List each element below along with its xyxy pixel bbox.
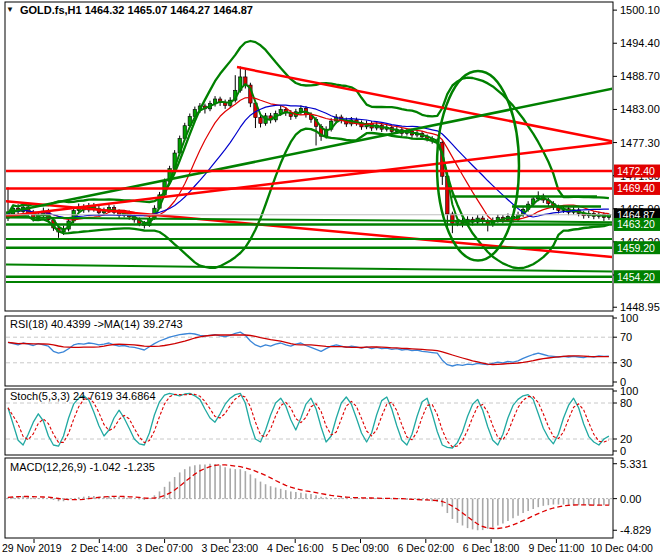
indicator-axis-label: 5.331: [620, 458, 648, 470]
price-badge-label: 1463.20: [617, 218, 655, 230]
chart-window: { "header": { "dropdown_icon": "▼", "tit…: [0, 0, 660, 560]
price-tick-label: 1500.10: [620, 4, 660, 16]
time-axis-label: 9 Dec 11:00: [528, 542, 584, 554]
price-tick-label: 1483.00: [620, 103, 660, 115]
price-badge-label: 1454.20: [617, 271, 655, 283]
indicator-axis-label: 30: [620, 357, 632, 369]
indicator-axis-label: 100: [620, 385, 638, 397]
time-axis-label: 6 Dec 02:00: [397, 542, 454, 554]
time-axis-label: 10 Dec 04:00: [590, 542, 653, 554]
macd-label: MACD(12,26,9) -1.042 -1.235: [10, 461, 155, 473]
time-axis-label: 3 Dec 07:00: [136, 542, 193, 554]
symbol-ohlc-text: GOLD.fs,H1 1464.32 1465.07 1464.27 1464.…: [20, 4, 253, 16]
indicator-axis-label: 80: [620, 397, 632, 409]
price-tick-label: 1488.70: [620, 70, 660, 82]
time-axis-label: 5 Dec 09:00: [332, 542, 389, 554]
price-badge-label: 1459.20: [617, 242, 655, 254]
time-axis-label: 6 Dec 18:00: [463, 542, 520, 554]
candle-body: [259, 118, 262, 124]
time-axis-label: 2 Dec 14:00: [71, 542, 128, 554]
price-badge-label: 1472.40: [617, 165, 655, 177]
stoch-label: Stoch(5,3,3) 24.7619 34.6864: [10, 390, 156, 402]
time-axis-label: 3 Dec 23:00: [202, 542, 259, 554]
indicator-axis-label: -4.829: [620, 524, 651, 536]
indicator-axis-label: 100: [620, 312, 638, 324]
price-badge-label: 1469.40: [617, 182, 655, 194]
symbol-dropdown-icon[interactable]: ▼: [6, 6, 14, 14]
chart-canvas[interactable]: 1500.101494.401488.701483.001477.301471.…: [0, 0, 660, 560]
rsi-label: RSI(18) 40.4399 ->MA(14) 39.2743: [10, 318, 183, 330]
indicator-axis-label: 0: [620, 445, 626, 457]
indicator-axis-label: 20: [620, 433, 632, 445]
price-tick-label: 1494.40: [620, 37, 660, 49]
time-axis-label: 29 Nov 2019: [2, 542, 62, 554]
time-axis-label: 4 Dec 16:00: [267, 542, 324, 554]
indicator-axis-label: 70: [620, 331, 632, 343]
indicator-axis-label: 0.00: [620, 493, 641, 505]
chart-title: ▼ GOLD.fs,H1 1464.32 1465.07 1464.27 146…: [6, 4, 253, 16]
price-tick-label: 1477.30: [620, 137, 660, 149]
